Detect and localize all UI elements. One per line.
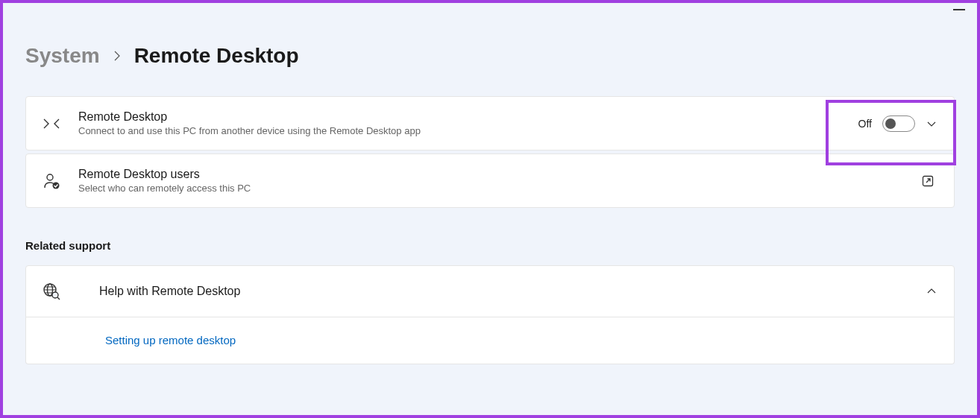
chevron-right-icon	[113, 50, 121, 62]
page-title: Remote Desktop	[134, 44, 299, 68]
remote-desktop-icon	[43, 115, 60, 133]
breadcrumb-parent[interactable]: System	[25, 44, 100, 68]
help-title: Help with Remote Desktop	[99, 285, 926, 298]
related-support-heading: Related support	[25, 239, 955, 252]
svg-point-1	[53, 182, 60, 189]
remote-desktop-users-subtitle: Select who can remotely access this PC	[78, 183, 921, 194]
minimize-button[interactable]	[953, 9, 965, 10]
remote-desktop-subtitle: Connect to and use this PC from another …	[78, 125, 858, 136]
remote-desktop-toggle[interactable]	[882, 115, 915, 132]
breadcrumb: System Remote Desktop	[25, 44, 955, 68]
chevron-down-icon[interactable]	[926, 118, 937, 130]
help-card[interactable]: Help with Remote Desktop	[25, 265, 955, 317]
help-body: Setting up remote desktop	[25, 317, 955, 364]
setting-up-remote-desktop-link[interactable]: Setting up remote desktop	[105, 334, 236, 346]
svg-point-5	[52, 292, 58, 298]
remote-desktop-users-card[interactable]: Remote Desktop users Select who can remo…	[25, 153, 955, 208]
chevron-up-icon[interactable]	[926, 285, 937, 297]
user-check-icon	[43, 172, 60, 190]
toggle-label: Off	[858, 118, 872, 130]
remote-desktop-users-title: Remote Desktop users	[78, 168, 921, 181]
toggle-knob	[885, 118, 896, 129]
remote-desktop-card[interactable]: Remote Desktop Connect to and use this P…	[25, 96, 955, 151]
svg-point-0	[47, 174, 53, 180]
remote-desktop-title: Remote Desktop	[78, 110, 858, 124]
external-link-icon	[921, 174, 935, 188]
globe-search-icon	[43, 282, 60, 300]
